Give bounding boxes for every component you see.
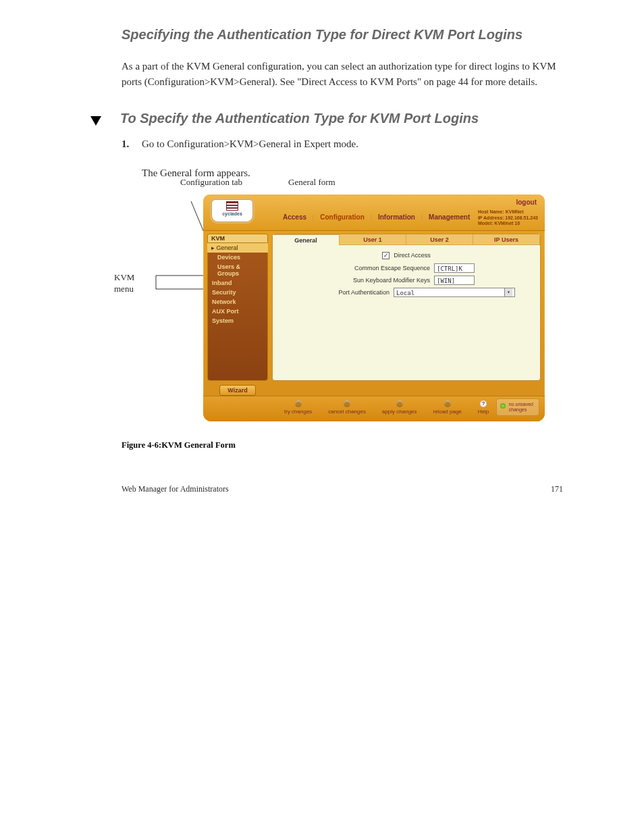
chevron-down-icon: ▾	[504, 288, 512, 296]
screenshot-header: cyclades logout Access | Configuration |…	[203, 194, 545, 231]
wizard-button[interactable]: Wizard	[219, 385, 256, 396]
logo-text: cyclades	[212, 211, 252, 216]
port-auth-value: Local	[396, 288, 414, 296]
nav-access[interactable]: Access	[283, 213, 306, 221]
callout-config-tab: Configuration tab	[180, 177, 242, 188]
help-icon: ?	[480, 400, 487, 407]
sidebar-item-devices[interactable]: Devices	[208, 253, 267, 262]
procedure-title: To Specify the Authentication Type for K…	[120, 111, 479, 126]
nav-sep: |	[371, 213, 373, 221]
tab-user2[interactable]: User 2	[406, 234, 473, 245]
screenshot: cyclades logout Access | Configuration |…	[203, 194, 545, 421]
figure-caption: Figure 4-6:KVM General Form	[122, 440, 563, 450]
sidebar-item-security[interactable]: Security	[208, 288, 267, 297]
step-1: 1. Go to Configuration>KVM>General in Ex…	[122, 136, 563, 152]
sidebar-item-network[interactable]: Network	[208, 297, 267, 307]
footer-page-number: 171	[551, 484, 563, 494]
unsaved-indicator: no unsaved changes	[496, 398, 539, 415]
escape-seq-field[interactable]: [CTRL]K	[434, 263, 475, 273]
apply-changes-button[interactable]: apply changes	[382, 400, 417, 415]
direct-access-checkbox[interactable]: ✓	[382, 252, 390, 259]
top-nav: Access | Configuration | Information | M…	[283, 213, 470, 221]
sun-keys-field[interactable]: [WIN]	[434, 276, 475, 285]
dot-icon	[295, 400, 302, 407]
callout-general-form: General form	[288, 177, 336, 188]
nav-configuration[interactable]: Configuration	[320, 213, 365, 221]
sidebar-item-system[interactable]: System	[208, 316, 267, 325]
dot-icon	[444, 400, 451, 407]
help-button[interactable]: ? Help	[478, 400, 489, 415]
sidebar-header-kvm[interactable]: KVM	[207, 234, 268, 243]
content-panel: General User 1 User 2 IP Users ✓ Direct …	[272, 234, 541, 381]
footer-left: Web Manager for Administrators	[122, 484, 229, 494]
port-auth-select[interactable]: Local ▾	[394, 288, 515, 297]
logout-link[interactable]: logout	[516, 199, 537, 206]
section-title: Specifying the Authentication Type for D…	[122, 27, 563, 43]
sidebar-item-general[interactable]: ▸ General	[207, 243, 268, 253]
tab-general[interactable]: General	[273, 234, 340, 245]
host-ip: IP Address: 192.168.51.243	[478, 215, 538, 221]
reload-page-button[interactable]: reload page	[433, 400, 462, 415]
tab-ipusers[interactable]: IP Users	[473, 234, 540, 245]
sidebar-item-users-groups[interactable]: Users & Groups	[208, 262, 267, 278]
port-auth-label: Port Authentication	[298, 289, 394, 296]
intro-paragraph: As a part of the KVM General configurati…	[122, 59, 563, 90]
sidebar: KVM ▸ General Devices Users & Groups Inb…	[207, 234, 268, 381]
nav-sep: |	[421, 213, 423, 221]
wizard-area: Wizard	[207, 385, 268, 396]
step-number: 1.	[122, 136, 142, 152]
callout-kvm-menu: KVM menu	[114, 272, 155, 295]
nav-sep: |	[313, 213, 315, 221]
host-model: Model: KVM/net 16	[478, 221, 538, 227]
screenshot-footer: try changes cancel changes apply changes…	[203, 396, 545, 421]
host-name: Host Name: KVMNet	[478, 209, 538, 215]
logo: cyclades	[211, 199, 253, 222]
dot-icon	[344, 400, 350, 407]
escape-seq-label: Common Escape Sequence	[338, 265, 434, 271]
try-changes-button[interactable]: try changes	[284, 400, 312, 415]
sidebar-item-inband[interactable]: Inband	[208, 278, 267, 288]
sidebar-item-auxport[interactable]: AUX Port	[208, 307, 267, 316]
content-tabs: General User 1 User 2 IP Users	[273, 234, 540, 245]
step-text: Go to Configuration>KVM>General in Exper…	[142, 136, 563, 152]
nav-information[interactable]: Information	[378, 213, 415, 221]
dot-icon	[396, 400, 403, 407]
direct-access-label: Direct Access	[394, 252, 431, 259]
procedure-marker-icon	[90, 116, 101, 126]
host-info: Host Name: KVMNet IP Address: 192.168.51…	[478, 209, 538, 227]
nav-management[interactable]: Management	[429, 213, 470, 221]
sun-keys-label: Sun Keyboard Modifier Keys	[338, 277, 434, 284]
cancel-changes-button[interactable]: cancel changes	[328, 400, 366, 415]
logo-mark-icon	[226, 201, 238, 211]
tab-user1[interactable]: User 1	[340, 234, 406, 245]
